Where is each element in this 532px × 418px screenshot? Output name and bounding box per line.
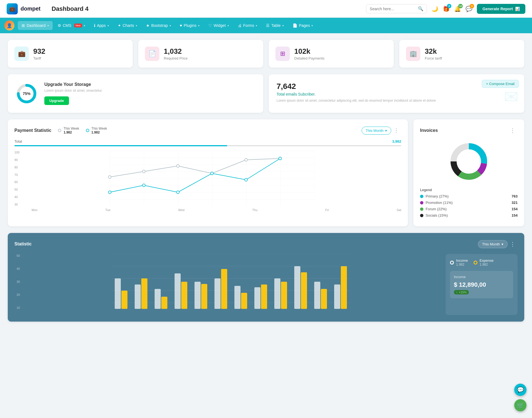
nav-item-plugins[interactable]: ♥ Plugins ▾ [176, 21, 203, 30]
stat-info-force-tariff: 32k Force tariff [425, 47, 442, 60]
svg-rect-32 [181, 282, 187, 309]
email-bg-icon: ✉ [504, 87, 519, 107]
table-nav-icon: ☰ [266, 23, 270, 28]
nav-dashboard-label: Dashboard [27, 23, 46, 28]
svg-rect-41 [274, 278, 280, 309]
plugins-nav-icon: ♥ [180, 23, 182, 28]
svg-rect-36 [221, 269, 227, 309]
line-chart-wrapper: 10090807060504030 [14, 151, 401, 212]
user-avatar[interactable]: 👤 [4, 20, 14, 30]
statistic-content: 5040302010 [14, 254, 518, 315]
primary-count: 763 [511, 194, 518, 198]
svg-point-5 [177, 165, 179, 167]
nav-item-pages[interactable]: 📄 Pages ▾ [289, 21, 317, 30]
search-input[interactable] [370, 7, 416, 11]
cms-nav-icon: ⚙ [58, 23, 61, 28]
storage-desc: Lorem ipsum dolor sit amet, onsectetur. [44, 89, 103, 93]
nav-item-cms[interactable]: ⚙ CMS New ▾ [54, 21, 89, 30]
force-tariff-label: Force tariff [425, 56, 442, 60]
payment-header: Payment Statistic This Week 1.982 This W… [14, 126, 401, 135]
required-price-icon: 📄 [145, 47, 159, 61]
nav-arrow-widget: ▾ [227, 24, 229, 27]
main-content: 💼 932 Tariff 📄 1,032 Required Price ⊞ 10… [0, 33, 532, 328]
expense-legend-item: Expense 1.982 [474, 258, 494, 266]
search-box: 🔍 [366, 4, 427, 13]
dashboard-nav-icon: ⊞ [22, 23, 25, 28]
nav-pages-label: Pages [299, 23, 310, 28]
nav-item-apps[interactable]: ℹ Apps ▾ [90, 21, 113, 30]
expense-legend-label: Expense [480, 258, 494, 263]
nav-item-table[interactable]: ☰ Table ▾ [262, 21, 287, 30]
income-expense-legend: Income 1.982 Expense 1.982 [450, 258, 513, 266]
email-card: + Compose Email 7,642 Total emails Subcr… [269, 74, 524, 113]
nav-item-bootstrap[interactable]: ★ Bootstrap ▾ [142, 21, 175, 30]
payment-statistic-card: Payment Statistic This Week 1.982 This W… [8, 119, 408, 226]
invoices-title: Invoices [420, 128, 438, 133]
invoices-donut-chart [447, 139, 491, 184]
svg-rect-47 [334, 284, 340, 309]
storage-donut: 75% [16, 83, 38, 105]
primary-color [420, 195, 423, 198]
gift-icon[interactable]: 🎁 2 [443, 6, 450, 12]
forms-nav-icon: 🖨 [238, 23, 242, 28]
nav-widget-label: Widget [214, 23, 226, 28]
charts-row: Payment Statistic This Week 1.982 This W… [8, 119, 524, 226]
svg-rect-37 [234, 286, 241, 309]
legend-promotion: Promotion (11%) 321 [420, 201, 518, 205]
legend-item-1: This Week 1.982 [58, 127, 79, 134]
nav-item-widget[interactable]: ♡ Widget ▾ [204, 21, 233, 30]
svg-point-4 [142, 170, 145, 173]
middle-row: 75% Upgrade Your Storage Lorem ipsum dol… [8, 74, 524, 113]
up-arrow-icon: ↑ [456, 291, 458, 294]
promotion-count: 321 [511, 201, 518, 205]
statistic-more-button[interactable]: ⋮ [508, 240, 518, 248]
svg-rect-35 [214, 278, 221, 309]
payment-filter-button[interactable]: This Month ▾ [362, 127, 391, 135]
nav-arrow-charts: ▾ [136, 24, 137, 27]
nav-bootstrap-label: Bootstrap [151, 23, 168, 28]
bar-chart: 5040302010 [14, 254, 440, 315]
nav-item-dashboard[interactable]: ⊞ Dashboard ▾ [18, 21, 53, 30]
notification-bell[interactable]: 🔔 12 [454, 6, 461, 12]
svg-point-7 [245, 158, 247, 161]
header: 💼 dompet Dashboard 4 🔍 🌙 🎁 2 🔔 12 💬 5 Ge… [0, 0, 532, 18]
payment-legend: This Week 1.982 This Week 1.982 [58, 127, 107, 134]
svg-point-11 [177, 191, 179, 194]
statistic-filter-button[interactable]: This Month ▾ [478, 240, 508, 248]
stat-info-detailed-payments: 102k Detailed Payments [294, 47, 324, 60]
income-legend-item: Income 1.982 [450, 258, 468, 266]
payment-more-button[interactable]: ⋮ [391, 126, 401, 135]
svg-rect-42 [281, 282, 287, 309]
y-axis-payment: 10090807060504030 [14, 151, 23, 206]
invoices-more-button[interactable]: ⋮ [508, 126, 518, 135]
upgrade-button[interactable]: Upgrade [44, 96, 69, 105]
statistic-card: Statistic This Month ▾ ⋮ 5040302010 [8, 233, 524, 322]
socials-label: Socials (15%) [426, 213, 448, 217]
chat-icon[interactable]: 💬 5 [466, 6, 472, 12]
socials-count: 154 [511, 213, 518, 217]
search-icon[interactable]: 🔍 [418, 6, 423, 11]
invoices-donut-container [420, 139, 518, 184]
generate-report-button[interactable]: Generate Report 📊 [477, 4, 525, 14]
detailed-payments-icon: ⊞ [275, 47, 290, 61]
detailed-payments-value: 102k [294, 47, 324, 56]
nav-arrow-apps: ▾ [108, 24, 109, 27]
income-expense-panel: Income 1.982 Expense 1.982 Income $ [446, 254, 518, 315]
legend-primary: Primary (27%) 763 [420, 194, 518, 198]
expense-legend-value: 1.982 [480, 263, 494, 266]
chart-icon: 📊 [515, 7, 520, 11]
svg-rect-27 [135, 284, 141, 309]
svg-rect-25 [115, 278, 121, 309]
svg-rect-40 [261, 284, 267, 309]
income-legend-value: 1.982 [456, 263, 468, 266]
x-axis-payment: MonTueWedThuFriSat [23, 208, 401, 212]
cms-new-badge: New [74, 24, 82, 27]
stat-card-force-tariff: 🏢 32k Force tariff [399, 40, 524, 68]
payment-title: Payment Statistic [14, 128, 51, 133]
invoices-card: Invoices ⋮ Lege [413, 119, 524, 226]
theme-toggle[interactable]: 🌙 [431, 6, 438, 12]
nav-item-forms[interactable]: 🖨 Forms ▾ [234, 21, 261, 30]
total-label: Total [14, 139, 22, 143]
expense-dot [474, 261, 477, 265]
nav-item-charts[interactable]: ✦ Charts ▾ [114, 21, 141, 30]
